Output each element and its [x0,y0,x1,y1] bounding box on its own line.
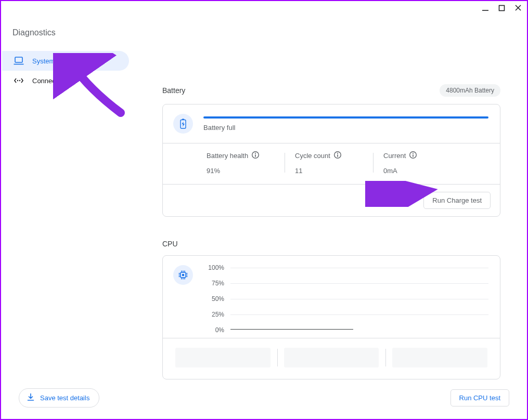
svg-rect-13 [255,154,256,157]
sidebar-item-connectivity[interactable]: Connectivity [2,71,132,90]
run-charge-test-button[interactable]: Run Charge test [423,192,491,209]
cpu-card: 100% 75% 50% 25% 0% [162,255,500,379]
svg-point-7 [19,80,20,81]
info-icon[interactable] [409,151,417,161]
stat-label-health: Battery health [207,152,248,160]
svg-point-12 [255,153,256,154]
svg-rect-19 [413,154,414,157]
stat-value-current: 0mA [383,167,461,175]
run-cpu-test-button[interactable]: Run CPU test [450,389,509,406]
y-tick: 0% [203,326,224,334]
section-title-cpu: CPU [162,240,178,248]
y-tick: 100% [203,264,224,271]
maximize-icon[interactable] [498,5,505,11]
info-icon[interactable] [333,151,342,161]
y-tick: 75% [203,280,224,287]
sidebar-item-label: System [32,57,55,65]
svg-point-6 [17,80,18,81]
save-test-details-button[interactable]: Save test details [19,388,99,408]
y-tick: 50% [203,295,224,303]
sidebar: System Connectivity [2,51,132,90]
battery-capacity-chip: 4800mAh Battery [440,84,500,97]
cpu-icon [173,265,193,285]
svg-point-15 [337,153,338,154]
stat-label-current: Current [383,152,406,160]
cpu-stat-placeholder [392,348,487,368]
page-title: Diagnostics [12,28,56,37]
stat-value-cycles: 11 [295,167,373,175]
svg-rect-16 [337,154,338,157]
ethernet-icon [14,77,24,84]
battery-status-text: Battery full [203,124,488,132]
main-content: Battery 4800mAh Battery Battery full Bat… [162,84,500,379]
download-icon [27,393,35,403]
save-test-details-label: Save test details [40,394,89,402]
battery-icon [173,114,193,134]
battery-card: Battery full Battery health 91% Cycle co… [162,104,500,217]
cpu-usage-chart: 100% 75% 50% 25% 0% [227,265,488,333]
info-icon[interactable] [251,151,260,161]
sidebar-item-label: Connectivity [32,77,69,85]
stat-label-cycles: Cycle count [295,152,330,160]
svg-marker-10 [182,122,185,127]
stat-value-health: 91% [207,167,285,175]
svg-point-18 [413,153,414,154]
sidebar-item-system[interactable]: System [2,51,129,71]
battery-progress [203,116,488,119]
svg-rect-4 [15,57,22,62]
cpu-stat-placeholder [175,348,271,368]
close-icon[interactable] [514,4,522,11]
y-tick: 25% [203,311,224,318]
section-title-battery: Battery [162,86,185,95]
minimize-icon[interactable] [482,4,489,11]
cpu-stat-placeholder [284,348,379,368]
laptop-icon [14,57,24,65]
svg-rect-1 [499,5,505,10]
svg-rect-21 [182,274,184,276]
svg-rect-9 [182,119,184,120]
